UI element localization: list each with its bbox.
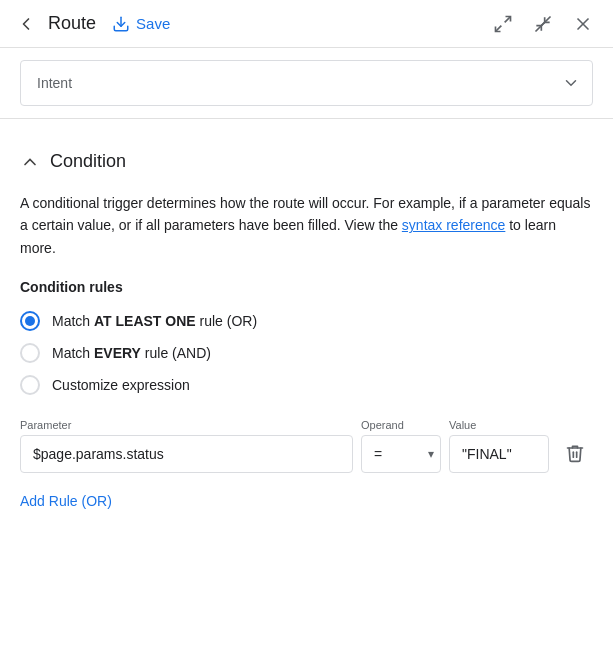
header-left: Route Save: [12, 10, 485, 38]
intent-select[interactable]: Intent: [21, 61, 592, 105]
syntax-reference-link[interactable]: syntax reference: [402, 217, 506, 233]
parameter-field-group: Parameter: [20, 419, 353, 473]
trash-icon: [565, 443, 585, 463]
minimize-button[interactable]: [525, 6, 561, 42]
save-label: Save: [136, 15, 170, 32]
radio-option-or[interactable]: Match AT LEAST ONE rule (OR): [20, 311, 593, 331]
value-label: Value: [449, 419, 549, 431]
delete-rule-button[interactable]: [557, 435, 593, 471]
value-field-group: Value: [449, 419, 549, 473]
section-title: Condition: [50, 151, 126, 172]
save-button[interactable]: Save: [104, 11, 178, 37]
radio-label-and: Match EVERY rule (AND): [52, 345, 211, 361]
svg-line-2: [496, 25, 502, 31]
minimize-icon: [533, 14, 553, 34]
back-button[interactable]: [12, 10, 40, 38]
spacer: [0, 119, 613, 135]
operand-select-wrapper[interactable]: = != > < ▾: [361, 435, 441, 473]
collapse-button[interactable]: [20, 152, 40, 172]
radio-label-custom: Customize expression: [52, 377, 190, 393]
header: Route Save: [0, 0, 613, 48]
maximize-icon: [493, 14, 513, 34]
radio-label-or: Match AT LEAST ONE rule (OR): [52, 313, 257, 329]
parameter-input[interactable]: [20, 435, 353, 473]
condition-description: A conditional trigger determines how the…: [20, 192, 593, 259]
close-icon: [573, 14, 593, 34]
page-title: Route: [48, 13, 96, 34]
chevron-up-icon: [20, 152, 40, 172]
parameter-label: Parameter: [20, 419, 353, 431]
intent-section: Intent: [0, 48, 613, 119]
header-right: [485, 6, 601, 42]
radio-group: Match AT LEAST ONE rule (OR) Match EVERY…: [20, 311, 593, 395]
radio-input-custom: [20, 375, 40, 395]
condition-rules-label: Condition rules: [20, 279, 593, 295]
radio-option-and[interactable]: Match EVERY rule (AND): [20, 343, 593, 363]
radio-input-and: [20, 343, 40, 363]
operand-select[interactable]: = != > <: [362, 436, 440, 472]
close-button[interactable]: [565, 6, 601, 42]
add-rule-button[interactable]: Add Rule (OR): [20, 489, 112, 513]
value-input[interactable]: [449, 435, 549, 473]
svg-line-1: [505, 16, 511, 22]
operand-label: Operand: [361, 419, 441, 431]
svg-line-4: [536, 22, 545, 31]
save-icon: [112, 15, 130, 33]
maximize-button[interactable]: [485, 6, 521, 42]
intent-select-wrapper[interactable]: Intent: [20, 60, 593, 106]
radio-option-custom[interactable]: Customize expression: [20, 375, 593, 395]
condition-section: Condition A conditional trigger determin…: [0, 135, 613, 533]
radio-inner-or: [25, 316, 35, 326]
radio-input-or: [20, 311, 40, 331]
rule-row: Parameter Operand = != > < ▾ Value: [20, 419, 593, 473]
section-header: Condition: [20, 151, 593, 172]
operand-field-group: Operand = != > < ▾: [361, 419, 441, 473]
